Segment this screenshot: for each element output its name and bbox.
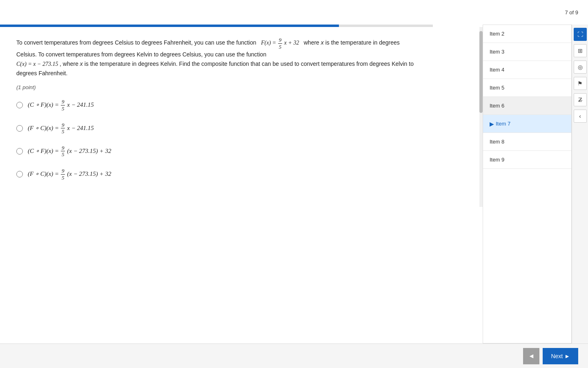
points-label: (1 point) xyxy=(16,84,416,90)
sidebar-item-item2[interactable]: Item 2 xyxy=(483,25,571,43)
formula-opt2[interactable]: (F ∘ C)(x) = 9 5 x − 241.15 xyxy=(28,122,94,135)
answer-option-2[interactable]: (F ∘ C)(x) = 9 5 x − 241.15 xyxy=(16,122,416,135)
sidebar-item-label-item9: Item 9 xyxy=(490,157,504,163)
item-sidebar: Item 2Item 3Item 4Item 5Item 6▶ Item 7It… xyxy=(483,25,572,343)
sidebar-item-label-item5: Item 5 xyxy=(490,85,504,91)
sidebar-item-label-item3: Item 3 xyxy=(490,49,504,55)
sidebar-item-item8[interactable]: Item 8 xyxy=(483,133,571,151)
scrollbar-thumb[interactable] xyxy=(479,31,483,113)
bottom-bar: ◄ Next ► xyxy=(0,343,588,368)
question-text: To convert temperatures from degrees Cel… xyxy=(16,37,416,78)
scrollbar-track[interactable] xyxy=(479,27,483,207)
expand-icon-button[interactable]: ⛶ xyxy=(574,28,587,41)
formula-opt4[interactable]: (F ∘ C)(x) = 9 5 (x − 273.15) + 32 xyxy=(28,168,111,181)
answer-option-1[interactable]: (C ∘ F)(x) = 9 5 x − 241.15 xyxy=(16,99,416,112)
main-content: To convert temperatures from degrees Cel… xyxy=(0,27,433,343)
radio-opt3[interactable] xyxy=(16,148,23,155)
formula-opt1[interactable]: (C ∘ F)(x) = 9 5 x − 241.15 xyxy=(28,99,94,112)
top-bar: 7 of 9 xyxy=(0,0,588,25)
sidebar-item-item5[interactable]: Item 5 xyxy=(483,79,571,97)
sidebar-item-label-item2: Item 2 xyxy=(490,31,504,37)
function-C: C(x) = x − 273.15 xyxy=(16,61,60,67)
page-indicator: 7 of 9 xyxy=(565,9,578,16)
collapse-icon-button[interactable]: ‹ xyxy=(574,110,587,123)
sidebar-item-item3[interactable]: Item 3 xyxy=(483,43,571,61)
flag-icon-button[interactable]: ⚑ xyxy=(574,77,587,90)
radio-opt2[interactable] xyxy=(16,125,23,132)
formula-opt3[interactable]: (C ∘ F)(x) = 9 5 (x − 273.15) + 32 xyxy=(28,145,111,158)
grid-icon-button[interactable]: ⊞ xyxy=(574,44,587,57)
sidebar-item-label-item4: Item 4 xyxy=(490,67,504,73)
next-button[interactable]: Next ► xyxy=(543,348,578,364)
eraser-icon-button[interactable]: Z̶ xyxy=(574,93,587,106)
answer-option-4[interactable]: (F ∘ C)(x) = 9 5 (x − 273.15) + 32 xyxy=(16,168,416,181)
radio-opt4[interactable] xyxy=(16,171,23,177)
sidebar-item-item4[interactable]: Item 4 xyxy=(483,61,571,79)
icon-panel: ⛶⊞◎⚑Z̶‹ xyxy=(572,25,588,343)
help-icon-button[interactable]: ◎ xyxy=(574,61,587,74)
prev-button[interactable]: ◄ xyxy=(523,348,539,364)
sidebar-item-label-item8: Item 8 xyxy=(490,139,504,145)
sidebar-item-label-item6: Item 6 xyxy=(490,103,504,109)
function-F: F(x) = 9 5 x + 32 xyxy=(261,40,301,46)
sidebar-item-item6[interactable]: Item 6 xyxy=(483,97,571,115)
sidebar-item-item9[interactable]: Item 9 xyxy=(483,151,571,169)
radio-opt1[interactable] xyxy=(16,102,23,108)
sidebar-item-item7[interactable]: ▶ Item 7 xyxy=(483,115,571,133)
sidebar-item-label-item7: Item 7 xyxy=(496,121,510,127)
answer-option-3[interactable]: (C ∘ F)(x) = 9 5 (x − 273.15) + 32 xyxy=(16,145,416,158)
